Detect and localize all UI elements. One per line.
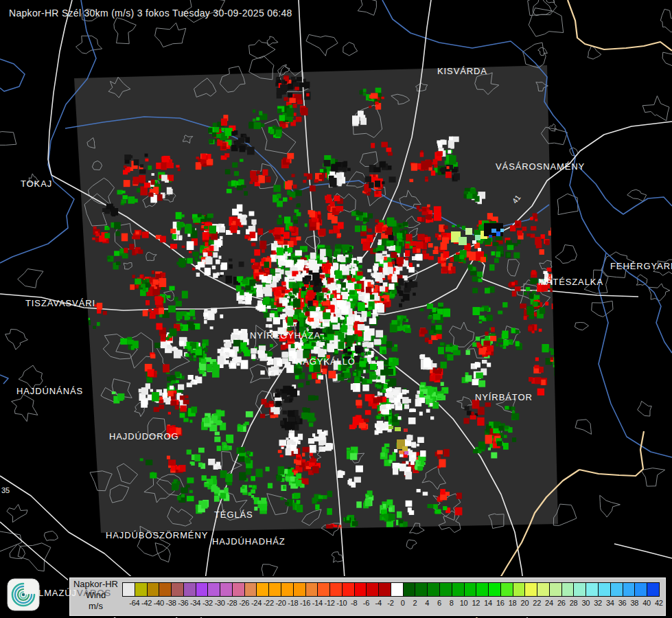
- radar-pixel: [213, 273, 218, 278]
- radar-pixel: [417, 205, 420, 209]
- radar-pixel: [211, 308, 217, 313]
- radar-pixel: [140, 275, 143, 278]
- legend-tick: -28: [227, 599, 237, 607]
- radar-pixel: [386, 404, 390, 408]
- radar-pixel: [327, 508, 332, 515]
- radar-pixel: [278, 466, 284, 474]
- radar-echo: [465, 228, 472, 235]
- radar-pixel: [278, 450, 282, 453]
- radar-pixel: [415, 395, 419, 399]
- radar-pixel: [358, 304, 365, 311]
- radar-pixel: [491, 251, 496, 255]
- radar-pixel: [319, 229, 326, 236]
- radar-pixel: [540, 249, 544, 255]
- radar-pixel: [256, 469, 263, 477]
- radar-pixel: [316, 342, 320, 346]
- radar-pixel: [288, 433, 294, 438]
- contour-blob: [627, 190, 647, 201]
- radar-pixel: [470, 271, 476, 275]
- radar-pixel: [309, 423, 313, 427]
- radar-pixel: [383, 504, 386, 508]
- contour-blob: [649, 284, 670, 301]
- legend-swatch: [268, 582, 281, 597]
- legend-tick: -40: [154, 599, 164, 607]
- radar-pixel: [335, 270, 343, 279]
- radar-pixel: [297, 100, 303, 104]
- radar-pixel: [482, 360, 487, 364]
- radar-pixel: [303, 79, 306, 82]
- radar-pixel: [207, 364, 213, 371]
- radar-pixel: [169, 286, 174, 290]
- radar-pixel: [246, 411, 253, 417]
- radar-pixel: [117, 190, 123, 195]
- radar-pixel: [249, 122, 254, 126]
- radar-pixel: [304, 82, 310, 89]
- radar-pixel: [134, 159, 139, 165]
- radar-pixel: [327, 194, 332, 199]
- radar-pixel: [288, 93, 292, 98]
- radar-pixel: [245, 286, 251, 290]
- radar-pixel: [384, 262, 388, 268]
- radar-pixel: [274, 311, 277, 314]
- radar-pixel: [546, 268, 551, 272]
- radar-pixel: [520, 304, 526, 308]
- radar-pixel: [248, 492, 252, 496]
- radar-pixel: [229, 259, 233, 262]
- contour-blob: [529, 8, 564, 37]
- radar-pixel: [551, 227, 554, 231]
- radar-pixel: [406, 435, 413, 440]
- radar-pixel: [382, 181, 384, 184]
- legend-tick: -30: [215, 599, 225, 607]
- radar-pixel: [437, 151, 443, 156]
- radar-pixel: [368, 238, 371, 241]
- radar-pixel: [195, 376, 198, 379]
- radar-pixel: [222, 442, 227, 446]
- radar-pixel: [537, 389, 545, 396]
- radar-pixel: [447, 166, 450, 169]
- radar-pixel: [354, 377, 360, 383]
- radar-pixel: [466, 350, 470, 355]
- radar-pixel: [363, 222, 366, 225]
- radar-pixel: [271, 372, 274, 376]
- radar-pixel: [430, 416, 434, 420]
- radar-pixel: [479, 316, 485, 320]
- city-label-vásárosnamény: VÁSÁROSNAMÉNY: [496, 161, 585, 172]
- radar-pixel: [176, 312, 183, 319]
- radar-pixel: [272, 287, 275, 291]
- legend-tick: -18: [288, 599, 298, 607]
- radar-pixel: [488, 448, 491, 450]
- radar-pixel: [258, 175, 265, 183]
- radar-pixel: [334, 525, 338, 527]
- legend-tick: 40: [642, 599, 651, 607]
- radar-pixel: [279, 439, 287, 446]
- contour-blob: [358, 0, 376, 15]
- radar-pixel: [464, 418, 470, 424]
- radar-pixel: [530, 217, 533, 220]
- radar-pixel: [218, 224, 222, 227]
- radar-pixel: [193, 317, 196, 319]
- radar-pixel: [347, 448, 350, 450]
- radar-pixel: [207, 159, 213, 165]
- radar-pixel: [353, 264, 357, 267]
- radar-pixel: [417, 264, 419, 267]
- radar-pixel: [185, 225, 192, 233]
- radar-pixel: [367, 269, 371, 273]
- radar-pixel: [222, 146, 227, 149]
- radar-pixel: [535, 237, 541, 245]
- radar-pixel: [382, 389, 386, 393]
- radar-pixel: [368, 229, 372, 233]
- radar-pixel: [381, 453, 385, 457]
- radar-pixel: [405, 328, 411, 333]
- radar-pixel: [394, 449, 397, 453]
- city-label-tiszavasvári: TISZAVASVÁRI: [25, 298, 95, 308]
- legend-tick: -14: [312, 599, 323, 607]
- radar-pixel: [313, 287, 317, 290]
- radar-pixel: [365, 394, 372, 401]
- legend-tick: 24: [545, 599, 553, 607]
- radar-pixel: [480, 308, 484, 312]
- radar-pixel: [141, 400, 148, 408]
- radar-pixel: [436, 325, 442, 330]
- radar-pixel: [427, 205, 430, 207]
- radar-pixel: [277, 401, 282, 406]
- radar-pixel: [256, 117, 259, 121]
